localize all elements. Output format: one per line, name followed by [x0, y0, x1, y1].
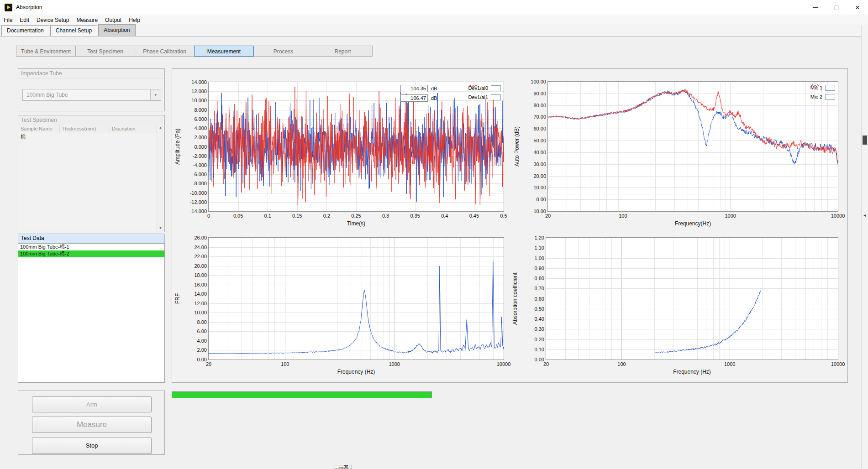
y-tick-label: 10.000 [183, 98, 207, 103]
time-y-axis-label: Amplitude (Pa) [174, 82, 181, 211]
column-header-discription[interactable]: Discription [110, 125, 158, 133]
y-tick-label: 0.70 [521, 286, 544, 291]
impedance-tube-group: Impendace Tube 100mm Big Tube ▼ [18, 68, 165, 111]
window-title: Absorption [16, 4, 42, 10]
plot-svg [546, 238, 838, 360]
y-tick-label: 16.00 [183, 282, 207, 287]
column-header-thickness-mm[interactable]: Thickness(mm) [60, 125, 110, 133]
x-tick-label: 0.25 [342, 213, 370, 219]
table-row[interactable]: 棉 [19, 133, 164, 141]
y-tick-label: 40.00 [522, 150, 546, 155]
test-specimen-scrollbar[interactable]: ▲ ▼ [157, 125, 164, 231]
x-tick-label: 0.05 [225, 213, 252, 219]
test-specimen-table-header: Sample NameThickness(mm)Discription [19, 125, 164, 133]
subtab-phase-calibration[interactable]: Phase Calibration [135, 46, 195, 57]
x-tick-label: 0.15 [284, 213, 311, 219]
list-item[interactable]: 100mm Big Tube-棉-2 [18, 250, 164, 257]
y-tick-label: 20.00 [183, 263, 207, 269]
y-tick-label: 1.00 [521, 255, 544, 261]
chevron-down-icon[interactable]: ▼ [150, 89, 161, 100]
autopower-chart: 100.0090.0080.0070.0060.0050.0040.0030.0… [547, 81, 838, 212]
window-controls: — ▢ ✕ [805, 0, 868, 15]
menu-item-help[interactable]: Help [125, 15, 144, 25]
scroll-left-icon[interactable]: ◄ [862, 213, 868, 218]
absorption-y-axis-label: Absorption coefficient [511, 238, 519, 360]
table-cell [60, 133, 110, 141]
frf-y-axis-label: FRF [174, 238, 181, 360]
legend-item-mic-2[interactable]: Mic 2 [810, 92, 835, 101]
y-tick-label: 6.00 [183, 328, 207, 334]
impedance-tube-combobox[interactable]: 100mm Big Tube ▼ [22, 89, 161, 101]
y-tick-label: 0.80 [521, 276, 544, 281]
column-header-sample-name[interactable]: Sample Name [19, 125, 60, 133]
arm-button[interactable]: Arm [32, 396, 152, 412]
subtab-process[interactable]: Process [253, 46, 313, 57]
table-cell [110, 133, 158, 141]
main-tab-strip: DocumentationChannel SetupAbsorption [0, 25, 868, 36]
level-readout: 104.35dB [400, 83, 437, 93]
charts-panel: 14.00012.00010.0008.0006.0004.0002.0000.… [172, 68, 848, 383]
x-tick-label: 1000 [381, 361, 408, 367]
y-tick-label: -8.000 [183, 181, 207, 186]
plot-svg [548, 82, 838, 211]
scroll-down-icon[interactable]: ▼ [157, 225, 164, 231]
maximize-button[interactable]: ▢ [826, 0, 847, 15]
subtab-tube-environment[interactable]: Tube & Environment [16, 46, 76, 57]
menu-item-edit[interactable]: Edit [16, 15, 33, 25]
time-chart: 14.00012.00010.0008.0006.0004.0002.0000.… [208, 82, 504, 212]
test-data-header: Test Data [18, 234, 165, 243]
absorption-x-axis-label: Frequency (Hz) [546, 369, 838, 375]
waveform-icon [825, 94, 835, 100]
y-tick-label: 14.00 [183, 291, 207, 297]
section-tab-strip: Tube & EnvironmentTest SpecimenPhase Cal… [16, 46, 373, 57]
menu-item-device-setup[interactable]: Device Setup [33, 15, 73, 25]
tab-absorption[interactable]: Absorption [98, 24, 135, 36]
bottom-tab[interactable]: 画图 [335, 465, 352, 469]
subtab-measurement[interactable]: Measurement [194, 46, 254, 57]
menu-item-output[interactable]: Output [101, 15, 125, 25]
stop-button[interactable]: Stop [32, 438, 152, 454]
menu-item-measure[interactable]: Measure [73, 15, 101, 25]
y-tick-label: 0.20 [521, 337, 544, 342]
x-tick-label: 10000 [824, 361, 852, 367]
close-button[interactable]: ✕ [847, 0, 868, 15]
test-specimen-table: Sample NameThickness(mm)Discription 棉 ▲ … [19, 125, 164, 231]
measure-button[interactable]: Measure [32, 417, 152, 433]
app-icon [5, 4, 12, 11]
y-tick-label: 80.00 [522, 103, 546, 108]
level-value: 104.35 [400, 85, 428, 92]
x-tick-label: 0.4 [431, 213, 458, 219]
x-tick-label: 0.1 [254, 213, 281, 219]
subtab-report[interactable]: Report [313, 46, 373, 57]
y-tick-label: 0.10 [521, 347, 544, 352]
y-tick-label: 14.000 [183, 79, 207, 85]
x-tick-label: 20 [195, 361, 222, 367]
minimize-button[interactable]: — [805, 0, 826, 15]
y-tick-label: 8.000 [183, 107, 207, 113]
legend-item-dev1-ai1[interactable]: Dev1/ai1 [468, 93, 501, 102]
absorption-chart: 1.201.101.000.900.800.700.600.500.400.30… [546, 237, 838, 360]
subtab-test-specimen[interactable]: Test Specimen [75, 46, 135, 57]
bottom-tab-label: 画图 [335, 465, 352, 469]
waveform-icon [825, 85, 835, 91]
y-tick-label: 12.00 [183, 301, 207, 306]
y-tick-label: 100.00 [522, 79, 546, 84]
table-cell: 棉 [19, 133, 60, 141]
tab-channel-setup[interactable]: Channel Setup [50, 25, 97, 36]
menu-item-file[interactable]: File [0, 15, 16, 25]
y-tick-label: 10.00 [522, 185, 546, 190]
x-tick-label: 100 [608, 361, 635, 367]
menu-bar: FileEditDevice SetupMeasureOutputHelp [0, 15, 868, 25]
y-tick-label: 1.10 [521, 245, 544, 250]
y-tick-label: 24.00 [183, 245, 207, 250]
vertical-scrollbar[interactable]: ◄ [861, 25, 868, 469]
y-tick-label: 0.60 [521, 296, 544, 302]
y-tick-label: 1.20 [521, 235, 544, 240]
list-item[interactable]: 100mm Big Tube-棉-1 [18, 244, 164, 250]
scrollbar-thumb[interactable] [863, 135, 867, 145]
tab-documentation[interactable]: Documentation [1, 25, 49, 36]
scroll-up-icon[interactable]: ▲ [157, 125, 164, 131]
y-tick-label: 90.00 [522, 91, 546, 96]
y-tick-label: 0.90 [521, 266, 544, 271]
y-tick-label: 70.00 [522, 114, 546, 120]
